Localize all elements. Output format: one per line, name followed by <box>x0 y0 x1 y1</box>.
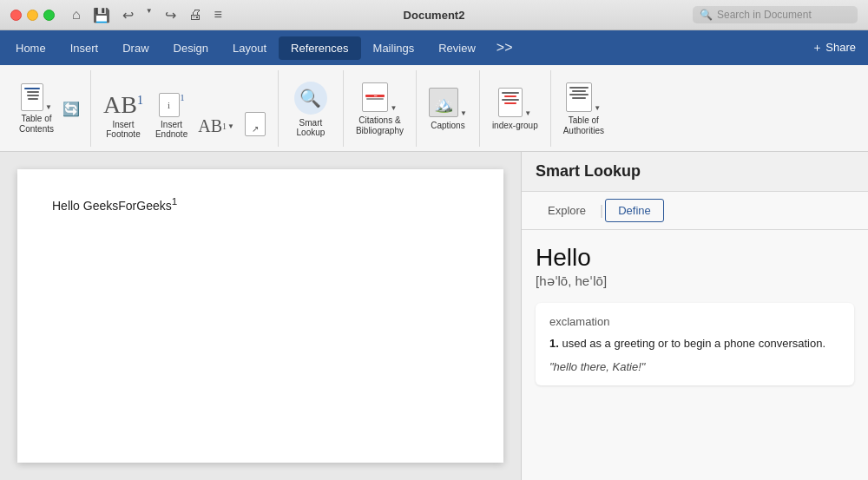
undo-dropdown-icon[interactable]: ▼ <box>146 7 153 23</box>
search-box[interactable]: 🔍 Search in Document <box>693 6 858 23</box>
document-superscript: 1 <box>172 195 177 207</box>
close-button[interactable] <box>10 10 22 21</box>
citations-buttons: − ▼ Citations &Bibliography <box>352 74 407 141</box>
save-icon[interactable]: 💾 <box>93 7 110 23</box>
document-page: Hello GeeksForGeeks1 <box>17 169 503 463</box>
citations-label: Citations &Bibliography <box>356 115 404 136</box>
index-btn[interactable]: ▼ index-group <box>489 85 542 133</box>
index-dropdown: ▼ <box>524 109 531 117</box>
document-title: Document2 <box>404 9 465 22</box>
auth-doc <box>566 82 592 112</box>
captions-img-icon: 🏔️ <box>429 88 458 117</box>
redo-icon[interactable]: ↪ <box>165 7 176 23</box>
menu-review[interactable]: Review <box>426 36 488 60</box>
update-table-btn[interactable]: 🔄 <box>61 99 82 119</box>
auth-dropdown: ▼ <box>594 104 601 112</box>
menu-insert[interactable]: Insert <box>58 36 111 60</box>
citations-doc: − <box>362 82 388 112</box>
captions-landscape-icon: 🏔️ <box>434 95 453 114</box>
authorities-btn[interactable]: ▼ Table ofAuthorities <box>560 80 608 139</box>
menu-home[interactable]: Home <box>3 36 58 60</box>
endnote-ab-text: i <box>168 100 170 110</box>
definition-entry-0: 1. used as a greeting or to begin a phon… <box>549 335 840 353</box>
document-content: Hello GeeksForGeeks <box>52 199 172 213</box>
definition-phonetic: [həˈlō, heˈlō] <box>536 273 854 289</box>
title-bar: ⌂ 💾 ↩ ▼ ↪ 🖨 ≡ Document2 🔍 Search in Docu… <box>0 0 868 30</box>
customize-icon[interactable]: ≡ <box>214 7 222 23</box>
index-buttons: ▼ index-group <box>489 74 542 141</box>
print-icon[interactable]: 🖨 <box>188 7 202 23</box>
toc-buttons: ▼ Table ofContents 🔄 <box>16 74 82 141</box>
content-area: Hello GeeksForGeeks1 Smart Lookup Explor… <box>0 152 868 480</box>
endnote-doc-icon: i <box>159 93 180 117</box>
authorities-icon-wrapper: ▼ <box>566 82 601 112</box>
menu-layout[interactable]: Layout <box>220 36 279 60</box>
smart-lookup-label: SmartLookup <box>297 118 326 137</box>
menu-draw[interactable]: Draw <box>110 36 161 60</box>
captions-group: 🏔️ ▼ Captions <box>417 70 480 147</box>
undo-icon[interactable]: ↩ <box>122 7 134 23</box>
idx-line2 <box>504 95 516 97</box>
menu-mailings[interactable]: Mailings <box>361 36 427 60</box>
sidebar-title: Smart Lookup <box>522 152 868 192</box>
smart-lookup-buttons: 🔍 SmartLookup <box>287 74 334 141</box>
search-placeholder: Search in Document <box>717 9 812 21</box>
authorities-group: ▼ Table ofAuthorities <box>551 70 616 147</box>
menu-references[interactable]: References <box>279 36 360 60</box>
traffic-lights <box>10 10 55 21</box>
next-footnote-btn[interactable]: AB1▼ <box>196 114 236 141</box>
home-icon[interactable]: ⌂ <box>72 7 81 23</box>
toc-line3 <box>27 95 39 96</box>
captions-label: Captions <box>431 121 464 130</box>
captions-icon-wrapper: 🏔️ ▼ <box>429 88 467 117</box>
show-notes-btn[interactable]: ↗ <box>241 109 269 141</box>
captions-buttons: 🏔️ ▼ Captions <box>425 74 470 141</box>
auth-line2 <box>572 90 586 92</box>
toc-line2 <box>27 91 39 93</box>
tab-divider: | <box>600 203 603 219</box>
menu-bar: Home Insert Draw Design Layout Reference… <box>0 30 868 65</box>
smart-lookup-btn[interactable]: 🔍 SmartLookup <box>287 79 334 140</box>
citations-minus: − <box>373 93 377 99</box>
document-text: Hello GeeksForGeeks1 <box>52 195 469 213</box>
maximize-button[interactable] <box>43 10 55 21</box>
minimize-button[interactable] <box>27 10 38 21</box>
share-button[interactable]: ＋ Share <box>803 36 865 59</box>
smart-lookup-magnify-icon: 🔍 <box>299 88 321 108</box>
definition-type: exclamation <box>549 315 840 328</box>
next-footnote-icon: AB1▼ <box>198 116 234 136</box>
update-icon: 🔄 <box>62 101 80 117</box>
citations-group: − ▼ Citations &Bibliography <box>344 70 417 147</box>
footnotes-group: AB1 InsertFootnote i 1 InsertEndnote AB1… <box>91 70 279 147</box>
endnote-icon-wrapper: i 1 <box>159 93 185 117</box>
definition-quote: "hello there, Katie!" <box>549 360 840 373</box>
insert-footnote-btn[interactable]: AB1 InsertFootnote <box>100 90 147 141</box>
define-tab[interactable]: Define <box>605 199 664 222</box>
title-bar-left: ⌂ 💾 ↩ ▼ ↪ 🖨 ≡ <box>10 7 222 23</box>
citations-dropdown: ▼ <box>390 104 397 112</box>
explore-tab[interactable]: Explore <box>536 200 598 221</box>
idx-line3 <box>502 99 519 101</box>
menu-more[interactable]: >> <box>488 35 522 61</box>
insert-endnote-btn[interactable]: i 1 InsertEndnote <box>152 90 191 141</box>
smart-lookup-circle: 🔍 <box>294 82 327 115</box>
titlebar-icons: ⌂ 💾 ↩ ▼ ↪ 🖨 ≡ <box>72 7 222 23</box>
title-bar-right: 🔍 Search in Document <box>693 6 858 23</box>
index-group: ▼ index-group <box>480 70 551 147</box>
citations-btn[interactable]: − ▼ Citations &Bibliography <box>352 80 407 139</box>
auth-line1 <box>569 87 589 89</box>
show-notes-icon: ↗ <box>245 112 266 136</box>
insert-endnote-label: InsertEndnote <box>155 120 187 139</box>
table-of-contents-btn[interactable]: ▼ Table ofContents <box>16 81 57 137</box>
sidebar-pane: Smart Lookup Explore | Define Hello [həˈ… <box>521 152 868 480</box>
definition-num: 1. <box>549 337 559 350</box>
captions-btn[interactable]: 🏔️ ▼ Captions <box>425 85 470 133</box>
index-label: index-group <box>492 121 538 130</box>
index-doc <box>498 88 523 117</box>
index-icon-wrapper: ▼ <box>498 88 531 117</box>
menu-design[interactable]: Design <box>161 36 220 60</box>
smart-lookup-group: 🔍 SmartLookup <box>279 70 344 147</box>
citations-red-bar: − <box>365 95 385 97</box>
show-notes-arrow: ↗ <box>252 124 259 134</box>
toc-dropdown-arrow: ▼ <box>45 103 52 111</box>
